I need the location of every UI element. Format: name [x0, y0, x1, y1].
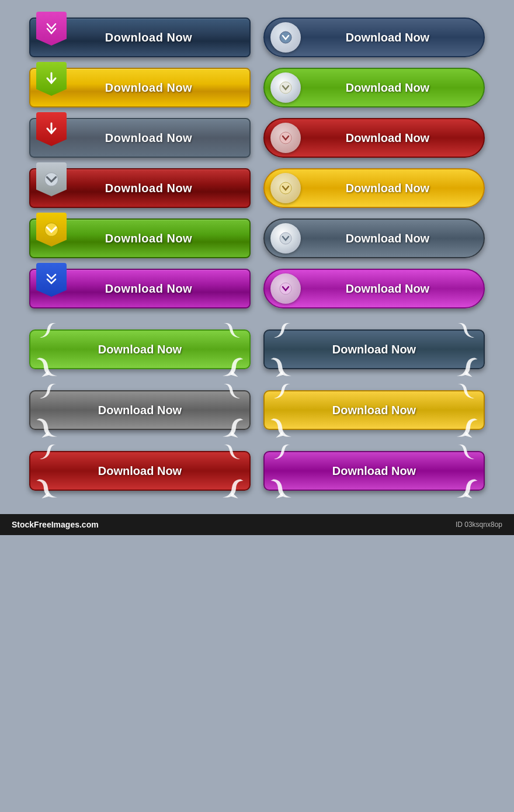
- image-id: ID 03ksqnx8op: [456, 520, 502, 529]
- download-btn-purple-pill[interactable]: Download Now: [263, 269, 485, 308]
- download-btn-navy-pill[interactable]: Download Now: [263, 18, 485, 57]
- download-label: Download Now: [301, 31, 474, 44]
- ribbon-arrow-right-icon: [218, 355, 245, 379]
- download-label: Download Now: [301, 232, 474, 245]
- brand-rest: Images.com: [51, 520, 99, 529]
- watermark-bar: StockFreeImages.com ID 03ksqnx8op: [0, 514, 514, 535]
- download-btn-purple-rect[interactable]: Download Now: [29, 269, 251, 308]
- download-btn-purple2-ribbon[interactable]: Download Now: [263, 451, 485, 491]
- top-arrow-right-icon: [221, 320, 241, 341]
- tag-icon-red: [36, 112, 67, 146]
- download-btn-navy-rect[interactable]: Download Now: [29, 18, 251, 57]
- download-btn-yellow-pill[interactable]: Download Now: [263, 168, 485, 208]
- download-btn-green-rect[interactable]: Download Now: [29, 218, 251, 258]
- circle-chevron-icon: [270, 22, 301, 53]
- svg-point-0: [280, 32, 291, 43]
- circle-chevron-icon: [270, 273, 301, 304]
- download-label: Download Now: [301, 182, 474, 195]
- ribbon-arrow-left-icon: [35, 416, 61, 439]
- top-arrow-right-icon: [221, 381, 241, 401]
- download-label: Download Now: [301, 81, 474, 95]
- download-label: Download Now: [98, 404, 182, 417]
- download-label: Download Now: [332, 464, 416, 478]
- download-btn-gold-ribbon[interactable]: Download Now: [263, 390, 485, 430]
- ribbon-arrow-right-icon: [453, 477, 479, 500]
- circle-chevron-icon: [270, 72, 301, 103]
- download-btn-red-pill[interactable]: Download Now: [263, 118, 485, 158]
- download-label: Download Now: [98, 343, 182, 356]
- top-arrow-right-icon: [455, 320, 475, 341]
- ribbon-arrow-right-icon: [218, 477, 245, 500]
- download-btn-yellow-rect[interactable]: Download Now: [29, 68, 251, 107]
- ribbon-arrow-right-icon: [453, 416, 479, 439]
- tag-icon-green: [36, 62, 67, 96]
- svg-point-2: [280, 82, 291, 93]
- tag-icon-pink: [36, 12, 67, 46]
- svg-point-4: [280, 132, 291, 144]
- download-btn-darkgray-pill[interactable]: Download Now: [263, 218, 485, 258]
- download-label: Download Now: [332, 404, 416, 417]
- top-arrow-left-icon: [273, 381, 293, 401]
- download-label: Download Now: [332, 343, 416, 356]
- top-arrow-right-icon: [455, 442, 475, 462]
- tag-icon-silver: [36, 162, 67, 196]
- tag-icon-gold: [36, 213, 67, 247]
- top-arrow-right-icon: [455, 381, 475, 401]
- download-btn-red-rect[interactable]: Download Now: [29, 168, 251, 208]
- download-btn-green-pill[interactable]: Download Now: [263, 68, 485, 107]
- button-grid: Download Now Download Now Download Now D: [18, 12, 496, 502]
- top-arrow-left-icon: [39, 320, 59, 341]
- ribbon-arrow-left-icon: [269, 355, 296, 379]
- svg-point-6: [280, 182, 291, 194]
- svg-point-5: [45, 173, 58, 186]
- download-label: Download Now: [301, 131, 474, 145]
- top-arrow-left-icon: [273, 320, 293, 341]
- top-arrow-left-icon: [273, 442, 293, 462]
- circle-chevron-icon: [270, 173, 301, 203]
- tag-icon-blue: [36, 263, 67, 297]
- top-arrow-right-icon: [221, 442, 241, 462]
- download-btn-silvergray-ribbon[interactable]: Download Now: [29, 390, 251, 430]
- download-label: Download Now: [301, 282, 474, 296]
- ribbon-arrow-left-icon: [35, 477, 61, 500]
- download-btn-darkblue-ribbon[interactable]: Download Now: [263, 329, 485, 369]
- download-label: Download Now: [98, 464, 182, 478]
- ribbon-arrow-right-icon: [453, 355, 479, 379]
- svg-point-8: [280, 233, 291, 244]
- top-arrow-left-icon: [39, 442, 59, 462]
- brand-bold: StockFree: [12, 520, 51, 529]
- circle-chevron-icon: [270, 223, 301, 254]
- ribbon-arrow-right-icon: [218, 416, 245, 439]
- ribbon-arrow-left-icon: [269, 477, 296, 500]
- svg-point-7: [45, 223, 58, 237]
- download-btn-green-ribbon[interactable]: Download Now: [29, 329, 251, 369]
- top-arrow-left-icon: [39, 381, 59, 401]
- circle-chevron-icon: [270, 123, 301, 153]
- download-btn-gray-rect[interactable]: Download Now: [29, 118, 251, 158]
- download-btn-red-ribbon[interactable]: Download Now: [29, 451, 251, 491]
- ribbon-arrow-left-icon: [35, 355, 61, 379]
- ribbon-arrow-left-icon: [269, 416, 296, 439]
- svg-point-9: [280, 283, 291, 294]
